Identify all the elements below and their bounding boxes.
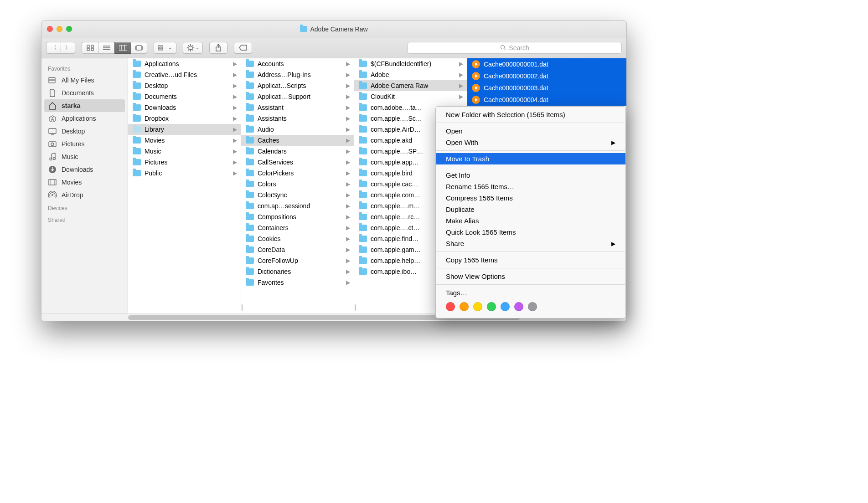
folder-row[interactable]: CloudKit▶ (354, 91, 467, 102)
arrange-button[interactable]: ⌄ (154, 42, 176, 54)
folder-row[interactable]: ColorPickers▶ (241, 168, 354, 179)
column-view-button[interactable] (114, 42, 131, 54)
context-menu-item[interactable]: Rename 1565 Items… (436, 181, 625, 192)
coverflow-view-button[interactable] (131, 42, 147, 54)
folder-row[interactable]: Adobe Camera Raw▶ (354, 80, 467, 91)
folder-row[interactable]: Caches▶ (241, 135, 354, 146)
minimize-window-button[interactable] (57, 26, 62, 32)
row-label: Movies (145, 137, 165, 144)
context-menu-item[interactable]: Get Info (436, 169, 625, 181)
context-menu-item[interactable]: Tags… (436, 287, 625, 298)
column-resize-handle[interactable] (354, 304, 357, 311)
folder-row[interactable]: com.ap…sessiond▶ (241, 200, 354, 211)
folder-row[interactable]: Creative…ud Files▶ (128, 69, 241, 80)
folder-row[interactable]: CallServices▶ (241, 157, 354, 168)
icon-view-button[interactable] (82, 42, 98, 54)
sidebar-item-downloads[interactable]: Downloads (41, 163, 128, 176)
folder-row[interactable]: $(CFBundleIdentifier)▶ (354, 58, 467, 69)
folder-icon (133, 72, 141, 78)
file-row[interactable]: Cache0000000002.dat (467, 70, 626, 82)
tag-color-5[interactable] (514, 302, 523, 311)
chevron-right-icon: ▶ (233, 93, 237, 100)
folder-row[interactable]: Colors▶ (241, 179, 354, 190)
folder-row[interactable]: Cookies▶ (241, 233, 354, 244)
tag-color-6[interactable] (528, 302, 537, 311)
chevron-right-icon: ▶ (346, 137, 350, 144)
tag-color-2[interactable] (473, 302, 482, 311)
context-menu-item[interactable]: Quick Look 1565 Items (436, 226, 625, 238)
tag-color-0[interactable] (446, 302, 455, 311)
folder-row[interactable]: Applications▶ (128, 58, 241, 69)
context-menu-item[interactable]: Compress 1565 Items (436, 192, 625, 204)
folder-row[interactable]: ColorSync▶ (241, 190, 354, 200)
sidebar-item-starka[interactable]: starka (44, 99, 125, 112)
sidebar-item-airdrop[interactable]: AirDrop (41, 189, 128, 201)
share-button[interactable] (209, 42, 227, 54)
folder-row[interactable]: Assistants▶ (241, 113, 354, 124)
context-menu-item[interactable]: Open With▶ (436, 137, 625, 148)
list-view-button[interactable] (98, 42, 114, 54)
folder-icon (133, 159, 141, 165)
context-menu-item[interactable]: Show View Options (436, 271, 625, 282)
folder-row[interactable]: Calendars▶ (241, 146, 354, 157)
sidebar-item-music[interactable]: Music (41, 150, 128, 163)
folder-row[interactable]: Public▶ (128, 168, 241, 179)
folder-row[interactable]: Pictures▶ (128, 157, 241, 168)
search-input[interactable]: Search (408, 42, 622, 54)
tag-color-3[interactable] (487, 302, 496, 311)
folder-row[interactable]: Downloads▶ (128, 102, 241, 113)
file-row[interactable]: Cache0000000004.dat (467, 94, 626, 106)
sidebar-item-documents[interactable]: Documents (41, 87, 128, 99)
folder-row[interactable]: Documents▶ (128, 91, 241, 102)
folder-row[interactable]: Dictionaries▶ (241, 266, 354, 277)
context-menu-item[interactable]: Share▶ (436, 238, 625, 249)
folder-row[interactable]: Accounts▶ (241, 58, 354, 69)
row-label: Public (145, 169, 162, 177)
folder-row[interactable]: Containers▶ (241, 222, 354, 233)
sidebar-item-applications[interactable]: AApplications (41, 112, 128, 125)
back-button[interactable]: 〈 (46, 42, 61, 54)
tag-color-4[interactable] (501, 302, 510, 311)
chevron-right-icon: ▶ (459, 61, 463, 67)
sidebar-item-movies[interactable]: Movies (41, 176, 128, 189)
context-menu-item[interactable]: Move to Trash (436, 153, 625, 164)
folder-row[interactable]: Audio▶ (241, 124, 354, 135)
context-menu-item[interactable]: Make Alias (436, 215, 625, 226)
folder-row[interactable]: CoreData▶ (241, 244, 354, 255)
context-menu-item[interactable]: Duplicate (436, 204, 625, 215)
file-row[interactable]: Cache0000000003.dat (467, 82, 626, 94)
close-window-button[interactable] (47, 26, 53, 32)
context-menu-item[interactable]: New Folder with Selection (1565 Items) (436, 109, 625, 120)
folder-row[interactable]: Dropbox▶ (128, 113, 241, 124)
sidebar-item-all-my-files[interactable]: All My Files (41, 74, 128, 87)
folder-icon (246, 115, 254, 122)
folder-row[interactable]: Address…Plug-Ins▶ (241, 69, 354, 80)
chevron-right-icon: ▶ (346, 214, 350, 220)
folder-row[interactable]: Assistant▶ (241, 102, 354, 113)
folder-row[interactable]: Music▶ (128, 146, 241, 157)
folder-row[interactable]: Adobe▶ (354, 69, 467, 80)
row-label: Dictionaries (258, 268, 291, 275)
folder-row[interactable]: Movies▶ (128, 135, 241, 146)
folder-row[interactable]: Applicat…Scripts▶ (241, 80, 354, 91)
column-resize-handle[interactable] (241, 304, 244, 311)
folder-row[interactable]: Applicati…Support▶ (241, 91, 354, 102)
svg-rect-1 (91, 45, 93, 47)
folder-row[interactable]: Favorites▶ (241, 277, 354, 288)
svg-rect-0 (87, 45, 89, 47)
folder-row[interactable]: CoreFollowUp▶ (241, 255, 354, 266)
tags-button[interactable] (234, 42, 252, 54)
action-button[interactable]: ⌄ (183, 42, 203, 54)
zoom-window-button[interactable] (66, 26, 72, 32)
folder-row[interactable]: Desktop▶ (128, 80, 241, 91)
folder-row[interactable]: Compositions▶ (241, 211, 354, 222)
tag-color-1[interactable] (460, 302, 469, 311)
sidebar-item-desktop[interactable]: Desktop (41, 125, 128, 138)
file-row[interactable]: Cache0000000001.dat (467, 58, 626, 70)
forward-button[interactable]: 〉 (61, 42, 75, 54)
sidebar-item-pictures[interactable]: Pictures (41, 138, 128, 150)
context-menu-item[interactable]: Copy 1565 Items (436, 254, 625, 266)
svg-line-24 (188, 49, 189, 50)
folder-row[interactable]: Library▶ (128, 124, 241, 135)
context-menu-item[interactable]: Open (436, 125, 625, 137)
